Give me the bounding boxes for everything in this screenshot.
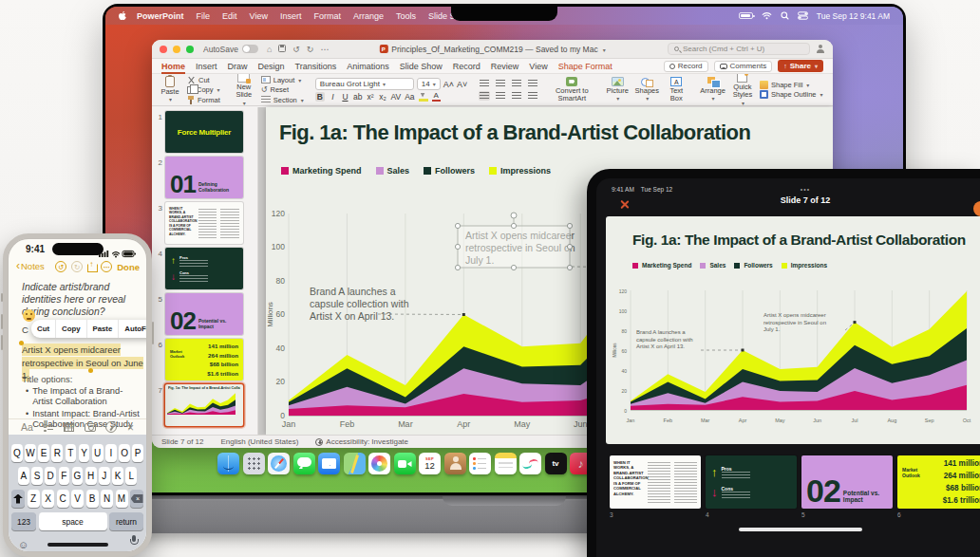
- menu-arrange[interactable]: Arrange: [353, 11, 384, 21]
- dock-fitness-icon[interactable]: [519, 453, 541, 474]
- shrink-font-button[interactable]: A˅: [457, 80, 467, 89]
- new-slide-button[interactable]: New Slide: [232, 74, 256, 106]
- tab-transitions[interactable]: Transitions: [295, 61, 337, 72]
- key-w[interactable]: W: [25, 444, 36, 462]
- font-color-button[interactable]: A: [432, 92, 441, 102]
- context-menu-autofill[interactable]: AutoFill: [119, 320, 146, 338]
- shift-key[interactable]: [11, 490, 25, 508]
- tab-draw[interactable]: Draw: [228, 61, 248, 72]
- note-question-text[interactable]: Indicate artist/brand identities here or…: [22, 281, 141, 318]
- font-size-select[interactable]: 14: [417, 78, 441, 90]
- cut-button[interactable]: Cut: [187, 76, 220, 84]
- key-a[interactable]: A: [18, 467, 29, 485]
- dock-contacts-icon[interactable]: [444, 453, 466, 474]
- tab-shape-format[interactable]: Shape Format: [558, 61, 612, 72]
- tab-record[interactable]: Record: [453, 61, 481, 72]
- bullet-list-button[interactable]: [479, 79, 490, 88]
- align-center-button[interactable]: [495, 91, 506, 101]
- paste-button[interactable]: Paste: [158, 76, 182, 102]
- format-aa-button[interactable]: Aa: [405, 92, 414, 102]
- share-icon[interactable]: [87, 262, 96, 272]
- layout-button[interactable]: Layout: [261, 76, 304, 84]
- numbered-list-button[interactable]: [495, 79, 506, 88]
- quick-styles-button[interactable]: Quick Styles: [730, 74, 755, 106]
- tab-design[interactable]: Design: [258, 61, 285, 72]
- context-menu-paste[interactable]: Paste: [87, 320, 120, 338]
- format-i-button[interactable]: I: [329, 92, 337, 102]
- key-v[interactable]: V: [71, 490, 84, 508]
- document-title[interactable]: P Principles_Of_Marketing_COMM219 — Save…: [379, 45, 605, 54]
- play-button-partial[interactable]: [973, 201, 980, 216]
- dock-finder-icon[interactable]: [217, 453, 239, 474]
- key-q[interactable]: Q: [11, 444, 23, 462]
- text-style-button[interactable]: Aa: [21, 421, 33, 433]
- more-icon[interactable]: ⋯: [320, 45, 329, 54]
- dock-reminders-icon[interactable]: [469, 453, 491, 474]
- table-icon[interactable]: [64, 423, 74, 432]
- dictation-mic-icon[interactable]: [130, 535, 137, 547]
- format-b-button[interactable]: B: [315, 92, 325, 102]
- ipad-more-dots-icon[interactable]: •••: [729, 186, 881, 193]
- ipad-home-indicator[interactable]: [739, 528, 862, 531]
- close-window-button[interactable]: [160, 46, 167, 53]
- menu-view[interactable]: View: [250, 11, 268, 21]
- key-b[interactable]: B: [86, 490, 99, 508]
- format-x--button[interactable]: x₂: [378, 92, 386, 102]
- key-h[interactable]: H: [85, 467, 97, 485]
- key-y[interactable]: Y: [79, 444, 90, 462]
- selection-handle-end[interactable]: [88, 368, 93, 373]
- emoji-keyboard-icon[interactable]: [18, 535, 28, 551]
- dock-photos-icon[interactable]: [368, 453, 390, 474]
- key-o[interactable]: O: [119, 444, 130, 462]
- dock-mail-icon[interactable]: [318, 453, 340, 474]
- dock-launchpad-icon[interactable]: [243, 453, 265, 474]
- align-right-button[interactable]: [511, 91, 522, 101]
- menu-edit[interactable]: Edit: [222, 11, 237, 21]
- format-av-button[interactable]: AV: [390, 92, 401, 102]
- language-status[interactable]: English (United States): [220, 437, 298, 446]
- tab-review[interactable]: Review: [491, 61, 519, 72]
- menu-bar-clock[interactable]: Tue Sep 12 9:41 AM: [817, 11, 890, 21]
- save-icon[interactable]: [278, 45, 286, 54]
- slide-thumbnail-6[interactable]: Market Outlook141 million264 million$68 …: [897, 455, 980, 509]
- numbers-key[interactable]: 123: [11, 512, 36, 530]
- accessibility-status[interactable]: Accessibility: Investigate: [315, 437, 408, 446]
- slide-counter[interactable]: Slide 7 of 12: [161, 437, 203, 446]
- slide-thumbnail-3[interactable]: WHEN IT WORKS, A BRAND-ARTIST COLLABORAT…: [610, 455, 701, 509]
- line-spacing-button[interactable]: [527, 91, 538, 101]
- redo-icon[interactable]: [71, 261, 83, 272]
- close-toolbar-icon[interactable]: [127, 418, 134, 436]
- slide-thumbnail-5[interactable]: 02Potential vs. Impact: [801, 455, 893, 509]
- menu-format[interactable]: Format: [313, 11, 341, 21]
- presence-icon[interactable]: [816, 45, 825, 54]
- key-l[interactable]: L: [125, 467, 137, 485]
- highlight-pen-icon[interactable]: [419, 93, 428, 102]
- spotlight-icon[interactable]: [781, 11, 789, 20]
- tab-animations[interactable]: Animations: [347, 61, 389, 72]
- reset-button[interactable]: Reset: [261, 85, 304, 94]
- context-menu-copy[interactable]: Copy: [56, 320, 87, 338]
- dock-facetime-icon[interactable]: [394, 453, 416, 474]
- section-button[interactable]: Section: [261, 96, 304, 104]
- slide-thumbnail-4[interactable]: ProsCons: [165, 248, 243, 289]
- grow-font-button[interactable]: A˄: [443, 80, 454, 89]
- markup-pencil-icon[interactable]: [105, 421, 117, 433]
- key-n[interactable]: N: [101, 490, 113, 508]
- slide-thumbnail-3[interactable]: WHEN IT WORKS, A BRAND-ARTIST COLLABORAT…: [165, 202, 243, 244]
- space-key[interactable]: space: [39, 512, 107, 530]
- slide-thumbnail-1[interactable]: Force Multiplier: [165, 111, 243, 153]
- return-key[interactable]: return: [109, 512, 143, 530]
- shapes-button[interactable]: Shapes: [634, 77, 659, 102]
- key-s[interactable]: S: [31, 467, 43, 485]
- format-x--button[interactable]: x²: [366, 92, 374, 102]
- more-options-icon[interactable]: [101, 261, 112, 272]
- slide-thumbnail-6[interactable]: Market Outlook141 million264 million$68 …: [165, 339, 243, 381]
- menu-powerpoint[interactable]: PowerPoint: [137, 11, 184, 21]
- redo-icon[interactable]: ↻: [307, 45, 314, 54]
- key-z[interactable]: Z: [28, 490, 40, 508]
- key-d[interactable]: D: [45, 467, 56, 485]
- format-painter-button[interactable]: Format: [187, 96, 220, 104]
- undo-icon[interactable]: ↺: [292, 45, 300, 54]
- key-i[interactable]: I: [105, 444, 117, 462]
- key-j[interactable]: J: [99, 467, 110, 485]
